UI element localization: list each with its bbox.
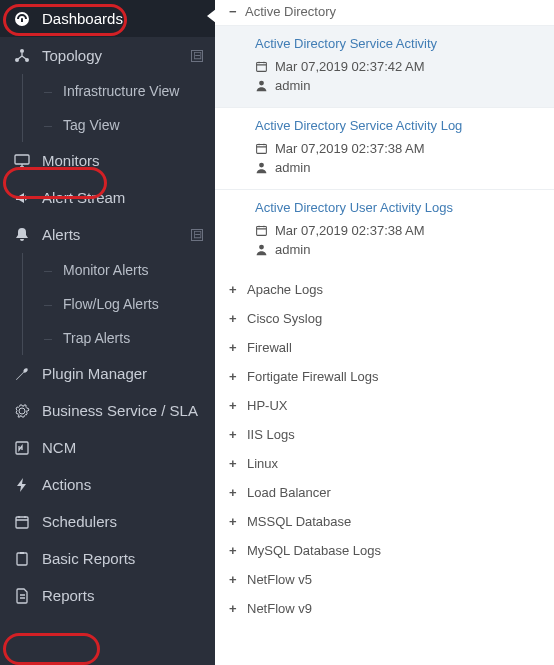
gear-icon — [12, 403, 32, 419]
svg-rect-5 — [16, 517, 28, 528]
calendar-icon — [255, 224, 268, 237]
clipboard-icon — [12, 551, 32, 567]
category-item[interactable]: +NetFlow v9 — [215, 594, 554, 623]
nav-dashboards[interactable]: Dashboards — [0, 0, 215, 37]
plus-icon: + — [229, 340, 241, 355]
report-title: Active Directory Service Activity Log — [255, 118, 544, 133]
plus-icon: + — [229, 456, 241, 471]
report-title: Active Directory Service Activity — [255, 36, 544, 51]
nav-label: Alert Stream — [42, 189, 125, 206]
nav-business-service[interactable]: Business Service / SLA — [0, 392, 215, 429]
group-active-directory[interactable]: − Active Directory — [215, 0, 554, 25]
category-label: MySQL Database Logs — [247, 543, 381, 558]
user-icon — [255, 79, 268, 92]
nav-alerts[interactable]: Alerts ⊟ — [0, 216, 215, 253]
report-user: admin — [275, 160, 310, 175]
svg-point-11 — [259, 163, 264, 168]
calendar-icon — [255, 142, 268, 155]
category-item[interactable]: +MySQL Database Logs — [215, 536, 554, 565]
category-label: IIS Logs — [247, 427, 295, 442]
category-label: Cisco Syslog — [247, 311, 322, 326]
category-item[interactable]: +Firewall — [215, 333, 554, 362]
report-card[interactable]: Active Directory Service ActivityMar 07,… — [215, 25, 554, 107]
report-card[interactable]: Active Directory User Activity LogsMar 0… — [215, 189, 554, 271]
nav-actions[interactable]: Actions — [0, 466, 215, 503]
plus-icon: + — [229, 398, 241, 413]
report-title: Active Directory User Activity Logs — [255, 200, 544, 215]
nav-label: Schedulers — [42, 513, 117, 530]
category-label: Apache Logs — [247, 282, 323, 297]
report-user-row: admin — [255, 242, 544, 257]
nav-label: Actions — [42, 476, 91, 493]
monitor-icon — [12, 153, 32, 169]
nav-label: Business Service / SLA — [42, 402, 198, 419]
report-user: admin — [275, 78, 310, 93]
category-label: NetFlow v5 — [247, 572, 312, 587]
nav-reports[interactable]: Reports — [0, 577, 215, 614]
calendar-icon — [255, 60, 268, 73]
user-icon — [255, 161, 268, 174]
category-label: Fortigate Firewall Logs — [247, 369, 379, 384]
highlight-marker — [3, 633, 100, 665]
category-item[interactable]: +Fortigate Firewall Logs — [215, 362, 554, 391]
collapse-icon[interactable]: ⊟ — [191, 50, 203, 62]
bell-icon — [12, 227, 32, 243]
report-date: Mar 07,2019 02:37:42 AM — [275, 59, 425, 74]
nav-sub-monitor-alerts[interactable]: Monitor Alerts — [53, 253, 215, 287]
minus-icon: − — [229, 4, 239, 19]
category-item[interactable]: +HP-UX — [215, 391, 554, 420]
plus-icon: + — [229, 369, 241, 384]
nav-basic-reports[interactable]: Basic Reports — [0, 540, 215, 577]
nav-alert-stream[interactable]: Alert Stream — [0, 179, 215, 216]
collapse-icon[interactable]: ⊟ — [191, 229, 203, 241]
nav-topology[interactable]: Topology ⊟ — [0, 37, 215, 74]
category-item[interactable]: +IIS Logs — [215, 420, 554, 449]
calendar-icon — [12, 514, 32, 530]
category-item[interactable]: +Apache Logs — [215, 275, 554, 304]
report-date-row: Mar 07,2019 02:37:38 AM — [255, 141, 544, 156]
plus-icon: + — [229, 572, 241, 587]
report-date: Mar 07,2019 02:37:38 AM — [275, 223, 425, 238]
nav-label: Basic Reports — [42, 550, 135, 567]
nav-sub-flow-log-alerts[interactable]: Flow/Log Alerts — [53, 287, 215, 321]
nav-topology-sub: Infrastructure View Tag View — [22, 74, 215, 142]
category-label: Linux — [247, 456, 278, 471]
nav-sub-tag-view[interactable]: Tag View — [53, 108, 215, 142]
active-directory-items: Active Directory Service ActivityMar 07,… — [215, 25, 554, 271]
nav-ncm[interactable]: NCM — [0, 429, 215, 466]
category-label: NetFlow v9 — [247, 601, 312, 616]
lightning-icon — [12, 477, 32, 493]
category-item[interactable]: +MSSQL Database — [215, 507, 554, 536]
report-card[interactable]: Active Directory Service Activity LogMar… — [215, 107, 554, 189]
nav-label: Topology — [42, 47, 102, 64]
category-item[interactable]: +NetFlow v5 — [215, 565, 554, 594]
svg-rect-7 — [20, 552, 24, 554]
megaphone-icon — [12, 190, 32, 206]
category-label: Firewall — [247, 340, 292, 355]
nav-sub-infra-view[interactable]: Infrastructure View — [53, 74, 215, 108]
category-item[interactable]: +Cisco Syslog — [215, 304, 554, 333]
ncm-icon — [12, 440, 32, 456]
nav-schedulers[interactable]: Schedulers — [0, 503, 215, 540]
nav-label: Dashboards — [42, 10, 123, 27]
plus-icon: + — [229, 543, 241, 558]
nav-sub-trap-alerts[interactable]: Trap Alerts — [53, 321, 215, 355]
category-list: +Apache Logs+Cisco Syslog+Firewall+Forti… — [215, 271, 554, 623]
nav-plugin-manager[interactable]: Plugin Manager — [0, 355, 215, 392]
category-label: HP-UX — [247, 398, 287, 413]
plus-icon: + — [229, 601, 241, 616]
nav-label: Reports — [42, 587, 95, 604]
sidebar: Dashboards Topology ⊟ Infrastructure Vie… — [0, 0, 215, 665]
topology-icon — [12, 48, 32, 64]
svg-rect-3 — [15, 155, 29, 164]
report-user-row: admin — [255, 160, 544, 175]
category-item[interactable]: +Load Balancer — [215, 478, 554, 507]
nav-label: Plugin Manager — [42, 365, 147, 382]
group-label: Active Directory — [245, 4, 336, 19]
category-item[interactable]: +Linux — [215, 449, 554, 478]
svg-rect-10 — [257, 144, 267, 153]
report-user: admin — [275, 242, 310, 257]
nav-monitors[interactable]: Monitors — [0, 142, 215, 179]
report-tree: − Active Directory Active Directory Serv… — [215, 0, 554, 633]
user-icon — [255, 243, 268, 256]
